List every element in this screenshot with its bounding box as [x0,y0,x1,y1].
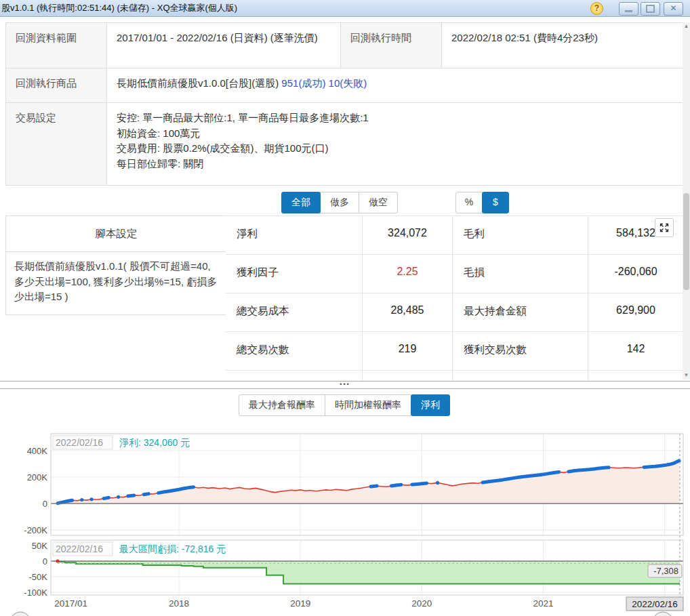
trade-setting-line2: 初始資金: 100萬元 [117,126,674,142]
info-value-data-range: 2017/01/01 - 2022/02/16 (日資料) (逐筆洗價) [107,23,340,68]
minimize-button[interactable] [619,2,638,16]
chart-tab-group: 最大持倉報酬率 時間加權報酬率 淨利 [239,394,450,416]
vertical-scrollbar[interactable]: ▲ ▼ [683,22,690,379]
stat-label-gross-loss: 毛損 [453,255,588,293]
script-settings-content: 長期低價前績優股v1.0.1( 股價不可超過=40, 多少天出場=100, 獲利… [6,252,226,314]
maximize-button[interactable] [641,2,660,16]
svg-text:2022/02/16: 2022/02/16 [56,437,103,448]
svg-text:2022/02/16: 2022/02/16 [632,599,678,609]
stat-value-win-rate: 64.84% [363,371,452,382]
filter-long-button[interactable]: 做多 [320,192,359,213]
product-name: 長期低價前績優股v1.0.0[台股](選股) [117,77,281,89]
stat-label-net-profit: 淨利 [226,216,362,254]
splitter-grip-icon: ••• [340,381,350,388]
svg-text:-200K: -200K [24,525,47,535]
stat-label-total-trades: 總交易次數 [226,332,362,370]
svg-text:-100K: -100K [24,588,47,598]
info-label-data-range: 回測資料範圍 [6,23,106,68]
stat-value-gross-loss: -260,060 [588,255,683,293]
stat-label-profit-factor: 獲利因子 [226,255,362,293]
stat-label-losing-trades: 虧損交易次數 [453,371,588,382]
svg-text:淨利: 324,060 元: 淨利: 324,060 元 [119,437,190,448]
svg-text:2022/02/16: 2022/02/16 [56,543,103,554]
backtest-info-table: 回測資料範圍 2017/01/01 - 2022/02/16 (日資料) (逐筆… [5,22,685,186]
backtest-report-window: 股v1.0.1 (執行時間:02:51:44) (未儲存) - XQ全球贏家(個… [0,0,690,616]
unit-toggle-group: % $ [455,192,509,213]
trade-setting-line3: 交易費用: 股票0.2%(成交金額)、期貨100元(口) [117,141,674,157]
trade-setting-line1: 安控: 單一商品最大部位:1, 單一商品每日最多進場次數:1 [117,110,674,126]
stat-label-max-position: 最大持倉金額 [453,293,588,331]
help-icon[interactable]: ? [590,2,603,15]
equity-drawdown-chart[interactable]: 400K200K0-200K50K0-50K-100K2017/01201820… [0,390,690,616]
svg-text:0: 0 [43,556,47,567]
svg-text:50K: 50K [32,541,47,551]
trade-setting-line4: 每日部位歸零: 關閉 [117,157,674,172]
svg-text:-7,308: -7,308 [653,566,678,576]
scrollbar-thumb[interactable] [683,193,689,290]
stat-value-total-cost: 28,485 [363,293,452,331]
stat-label-gross-profit: 毛利 [453,216,588,254]
performance-stats-table: 淨利 324,072 毛利 584,132 獲利因子 2.25 毛損 -260,… [226,215,683,382]
info-label-product: 回測執行商品 [6,68,106,102]
scroll-down-icon[interactable]: ▼ [683,371,690,379]
stats-expand-button[interactable] [655,218,674,237]
minimize-icon [625,10,632,12]
unit-percent-button[interactable]: % [455,192,483,213]
stat-value-net-profit: 324,072 [363,216,452,254]
svg-text:2020: 2020 [411,598,432,609]
info-value-exec-time: 2022/02/18 02:51 (費時4分23秒) [442,23,684,68]
info-value-trade-settings: 安控: 單一商品最大部位:1, 單一商品每日最多進場次數:1 初始資金: 100… [107,103,684,185]
svg-text:2019: 2019 [290,598,310,609]
stat-label-total-cost: 總交易成本 [226,293,362,331]
panel-splitter[interactable]: ••• [0,381,690,389]
svg-text:400K: 400K [27,446,48,456]
direction-filter-group: 全部 做多 做空 [281,192,398,213]
svg-text:200K: 200K [27,472,48,482]
svg-text:最大區間虧損: -72,816 元: 最大區間虧損: -72,816 元 [119,543,226,554]
tab-time-weighted-return[interactable]: 時間加權報酬率 [325,394,411,416]
scroll-up-icon[interactable]: ▲ [683,22,690,30]
stat-value-profit-factor: 2.25 [363,255,452,293]
info-label-trade-settings: 交易設定 [6,103,106,185]
stat-label-winning-trades: 獲利交易次數 [453,332,588,370]
maximize-icon [646,5,655,13]
close-button[interactable]: ✕ [664,2,683,16]
script-settings-panel: 腳本設定 長期低價前績優股v1.0.1( 股價不可超過=40, 多少天出場=10… [5,215,227,315]
svg-text:0: 0 [43,499,47,509]
product-result-link[interactable]: 951(成功) 10(失敗) [281,77,367,89]
stat-value-total-trades: 219 [363,332,452,370]
unit-dollar-button[interactable]: $ [482,192,509,213]
tab-max-position-return[interactable]: 最大持倉報酬率 [239,394,325,416]
svg-text:2017/01: 2017/01 [54,598,87,609]
script-settings-header: 腳本設定 [6,216,226,252]
tab-net-profit[interactable]: 淨利 [411,394,450,416]
svg-text:2018: 2018 [169,598,189,609]
info-label-exec-time: 回測執行時間 [341,23,441,68]
chart-panel: 400K200K0-200K50K0-50K-100K2017/01201820… [0,390,690,616]
window-title: 股v1.0.1 (執行時間:02:51:44) (未儲存) - XQ全球贏家(個… [1,0,237,16]
titlebar: 股v1.0.1 (執行時間:02:51:44) (未儲存) - XQ全球贏家(個… [0,0,690,17]
expand-icon [659,222,670,233]
info-value-product: 長期低價前績優股v1.0.0[台股](選股) 951(成功) 10(失敗) [107,68,684,102]
stat-value-max-position: 629,900 [588,293,683,331]
svg-text:2021: 2021 [533,598,553,609]
svg-text:-50K: -50K [29,572,48,582]
filter-all-button[interactable]: 全部 [281,192,321,213]
stat-value-losing-trades: 77 [588,371,683,382]
filter-short-button[interactable]: 做空 [359,192,398,213]
stat-value-winning-trades: 142 [588,332,683,370]
